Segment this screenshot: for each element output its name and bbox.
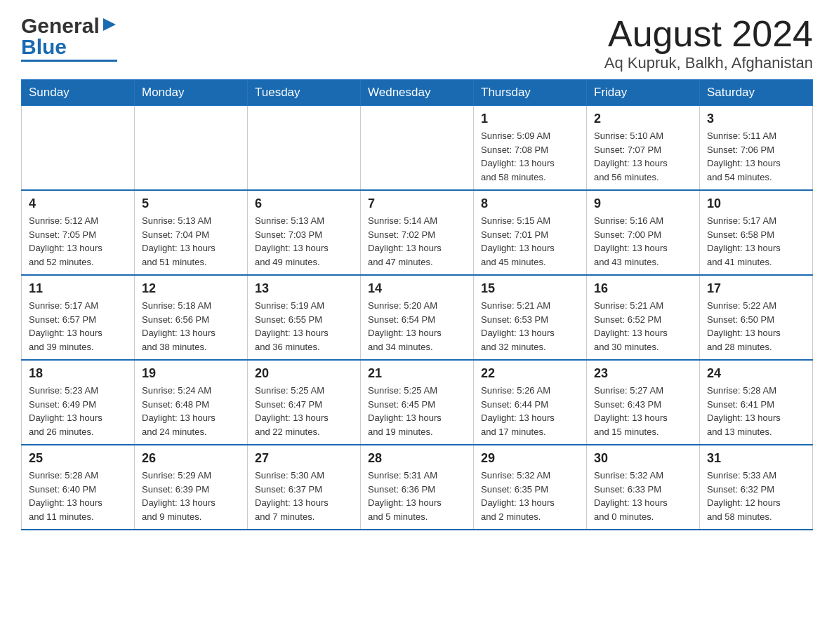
calendar-cell: 4Sunrise: 5:12 AM Sunset: 7:05 PM Daylig… <box>22 190 135 275</box>
calendar-cell: 19Sunrise: 5:24 AM Sunset: 6:48 PM Dayli… <box>135 360 248 445</box>
day-info: Sunrise: 5:30 AM Sunset: 6:37 PM Dayligh… <box>255 469 353 523</box>
day-info: Sunrise: 5:31 AM Sunset: 6:36 PM Dayligh… <box>368 469 466 523</box>
day-number: 16 <box>594 281 692 296</box>
day-info: Sunrise: 5:11 AM Sunset: 7:06 PM Dayligh… <box>707 129 805 184</box>
calendar-cell <box>22 106 135 191</box>
page-header: General Blue August 2024 Aq Kupruk, Balk… <box>21 14 813 72</box>
calendar-week-4: 18Sunrise: 5:23 AM Sunset: 6:49 PM Dayli… <box>22 360 813 445</box>
day-header-thursday: Thursday <box>474 80 587 106</box>
calendar-cell: 17Sunrise: 5:22 AM Sunset: 6:50 PM Dayli… <box>700 275 813 360</box>
day-header-tuesday: Tuesday <box>248 80 361 106</box>
day-info: Sunrise: 5:27 AM Sunset: 6:43 PM Dayligh… <box>594 384 692 438</box>
day-info: Sunrise: 5:13 AM Sunset: 7:04 PM Dayligh… <box>142 214 240 269</box>
calendar-cell: 11Sunrise: 5:17 AM Sunset: 6:57 PM Dayli… <box>22 275 135 360</box>
calendar-header: SundayMondayTuesdayWednesdayThursdayFrid… <box>22 80 813 106</box>
calendar-cell: 30Sunrise: 5:32 AM Sunset: 6:33 PM Dayli… <box>587 445 700 530</box>
day-info: Sunrise: 5:13 AM Sunset: 7:03 PM Dayligh… <box>255 214 353 269</box>
logo-arrow-icon <box>102 17 117 32</box>
calendar-cell <box>135 106 248 191</box>
day-number: 15 <box>481 281 579 296</box>
calendar-cell <box>248 106 361 191</box>
day-number: 6 <box>255 196 353 211</box>
logo-blue-text: Blue <box>21 35 67 58</box>
day-number: 26 <box>142 451 240 466</box>
logo-general-text: General <box>21 14 100 38</box>
day-info: Sunrise: 5:19 AM Sunset: 6:55 PM Dayligh… <box>255 299 353 354</box>
day-number: 8 <box>481 196 579 211</box>
calendar-cell: 1Sunrise: 5:09 AM Sunset: 7:08 PM Daylig… <box>474 106 587 191</box>
day-header-row: SundayMondayTuesdayWednesdayThursdayFrid… <box>22 80 813 106</box>
calendar-cell: 3Sunrise: 5:11 AM Sunset: 7:06 PM Daylig… <box>700 106 813 191</box>
day-number: 19 <box>142 366 240 381</box>
logo-underline <box>21 60 117 62</box>
day-number: 1 <box>481 112 579 126</box>
day-number: 25 <box>29 451 127 466</box>
month-title: August 2024 <box>604 14 813 54</box>
calendar-cell: 22Sunrise: 5:26 AM Sunset: 6:44 PM Dayli… <box>474 360 587 445</box>
day-number: 17 <box>707 281 805 296</box>
day-header-friday: Friday <box>587 80 700 106</box>
calendar-cell: 23Sunrise: 5:27 AM Sunset: 6:43 PM Dayli… <box>587 360 700 445</box>
calendar-cell: 10Sunrise: 5:17 AM Sunset: 6:58 PM Dayli… <box>700 190 813 275</box>
location-title: Aq Kupruk, Balkh, Afghanistan <box>604 54 813 72</box>
day-info: Sunrise: 5:14 AM Sunset: 7:02 PM Dayligh… <box>368 214 466 269</box>
calendar-cell: 7Sunrise: 5:14 AM Sunset: 7:02 PM Daylig… <box>361 190 474 275</box>
day-info: Sunrise: 5:12 AM Sunset: 7:05 PM Dayligh… <box>29 214 127 269</box>
calendar-cell <box>361 106 474 191</box>
day-number: 14 <box>368 281 466 296</box>
calendar-cell: 14Sunrise: 5:20 AM Sunset: 6:54 PM Dayli… <box>361 275 474 360</box>
day-number: 3 <box>707 112 805 126</box>
day-number: 30 <box>594 451 692 466</box>
day-info: Sunrise: 5:32 AM Sunset: 6:33 PM Dayligh… <box>594 469 692 523</box>
day-info: Sunrise: 5:20 AM Sunset: 6:54 PM Dayligh… <box>368 299 466 354</box>
calendar-cell: 31Sunrise: 5:33 AM Sunset: 6:32 PM Dayli… <box>700 445 813 530</box>
day-info: Sunrise: 5:17 AM Sunset: 6:58 PM Dayligh… <box>707 214 805 269</box>
day-info: Sunrise: 5:25 AM Sunset: 6:47 PM Dayligh… <box>255 384 353 438</box>
day-info: Sunrise: 5:21 AM Sunset: 6:53 PM Dayligh… <box>481 299 579 354</box>
day-info: Sunrise: 5:32 AM Sunset: 6:35 PM Dayligh… <box>481 469 579 523</box>
day-info: Sunrise: 5:09 AM Sunset: 7:08 PM Dayligh… <box>481 129 579 184</box>
day-info: Sunrise: 5:16 AM Sunset: 7:00 PM Dayligh… <box>594 214 692 269</box>
day-info: Sunrise: 5:10 AM Sunset: 7:07 PM Dayligh… <box>594 129 692 184</box>
day-number: 24 <box>707 366 805 381</box>
calendar-cell: 5Sunrise: 5:13 AM Sunset: 7:04 PM Daylig… <box>135 190 248 275</box>
day-number: 29 <box>481 451 579 466</box>
day-info: Sunrise: 5:26 AM Sunset: 6:44 PM Dayligh… <box>481 384 579 438</box>
calendar-cell: 12Sunrise: 5:18 AM Sunset: 6:56 PM Dayli… <box>135 275 248 360</box>
calendar-cell: 8Sunrise: 5:15 AM Sunset: 7:01 PM Daylig… <box>474 190 587 275</box>
calendar-cell: 29Sunrise: 5:32 AM Sunset: 6:35 PM Dayli… <box>474 445 587 530</box>
day-number: 28 <box>368 451 466 466</box>
day-info: Sunrise: 5:22 AM Sunset: 6:50 PM Dayligh… <box>707 299 805 354</box>
day-header-wednesday: Wednesday <box>361 80 474 106</box>
day-number: 23 <box>594 366 692 381</box>
calendar-cell: 21Sunrise: 5:25 AM Sunset: 6:45 PM Dayli… <box>361 360 474 445</box>
day-number: 12 <box>142 281 240 296</box>
calendar-cell: 28Sunrise: 5:31 AM Sunset: 6:36 PM Dayli… <box>361 445 474 530</box>
day-info: Sunrise: 5:33 AM Sunset: 6:32 PM Dayligh… <box>707 469 805 523</box>
calendar-cell: 2Sunrise: 5:10 AM Sunset: 7:07 PM Daylig… <box>587 106 700 191</box>
day-info: Sunrise: 5:18 AM Sunset: 6:56 PM Dayligh… <box>142 299 240 354</box>
day-info: Sunrise: 5:24 AM Sunset: 6:48 PM Dayligh… <box>142 384 240 438</box>
svg-marker-0 <box>103 18 116 31</box>
day-number: 10 <box>707 196 805 211</box>
day-number: 21 <box>368 366 466 381</box>
day-number: 11 <box>29 281 127 296</box>
calendar-cell: 13Sunrise: 5:19 AM Sunset: 6:55 PM Dayli… <box>248 275 361 360</box>
day-info: Sunrise: 5:25 AM Sunset: 6:45 PM Dayligh… <box>368 384 466 438</box>
day-info: Sunrise: 5:28 AM Sunset: 6:40 PM Dayligh… <box>29 469 127 523</box>
day-number: 20 <box>255 366 353 381</box>
calendar-week-3: 11Sunrise: 5:17 AM Sunset: 6:57 PM Dayli… <box>22 275 813 360</box>
day-number: 7 <box>368 196 466 211</box>
logo: General Blue <box>21 14 117 62</box>
title-area: August 2024 Aq Kupruk, Balkh, Afghanista… <box>604 14 813 72</box>
day-header-saturday: Saturday <box>700 80 813 106</box>
day-info: Sunrise: 5:17 AM Sunset: 6:57 PM Dayligh… <box>29 299 127 354</box>
day-number: 22 <box>481 366 579 381</box>
day-number: 18 <box>29 366 127 381</box>
day-info: Sunrise: 5:15 AM Sunset: 7:01 PM Dayligh… <box>481 214 579 269</box>
calendar-week-2: 4Sunrise: 5:12 AM Sunset: 7:05 PM Daylig… <box>22 190 813 275</box>
calendar-cell: 25Sunrise: 5:28 AM Sunset: 6:40 PM Dayli… <box>22 445 135 530</box>
day-info: Sunrise: 5:23 AM Sunset: 6:49 PM Dayligh… <box>29 384 127 438</box>
calendar-cell: 26Sunrise: 5:29 AM Sunset: 6:39 PM Dayli… <box>135 445 248 530</box>
calendar-week-5: 25Sunrise: 5:28 AM Sunset: 6:40 PM Dayli… <box>22 445 813 530</box>
